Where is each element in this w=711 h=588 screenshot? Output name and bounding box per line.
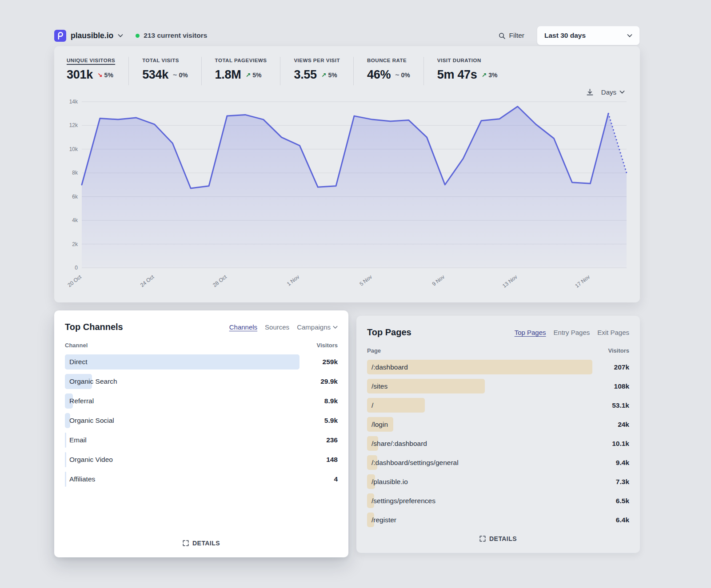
metric-label: TOTAL PAGEVIEWS — [215, 58, 267, 63]
metric-value: 5m 47s — [437, 68, 477, 82]
chevron-down-icon — [118, 34, 123, 38]
metric-value: 1.8M — [215, 68, 241, 82]
table-row[interactable]: Organic Video148 — [65, 450, 338, 469]
trend-arrow-icon: ↗ — [321, 72, 327, 78]
details-button[interactable]: DETAILS — [177, 535, 225, 551]
row-value: 108k — [614, 382, 629, 390]
row-label[interactable]: Organic Social — [65, 417, 114, 425]
metric-value: 46% — [367, 68, 391, 82]
row-label[interactable]: Organic Search — [65, 377, 117, 385]
metric-label: VISIT DURATION — [437, 58, 481, 63]
analytics-dashboard: plausible.io 213 current visitors Filter… — [54, 0, 640, 557]
row-label[interactable]: Referral — [65, 397, 94, 405]
row-label[interactable]: /sites — [367, 382, 387, 390]
filter-button[interactable]: Filter — [498, 32, 524, 40]
table-row[interactable]: /53.1k — [367, 396, 629, 415]
current-visitors-label: 213 current visitors — [144, 32, 207, 40]
tab-entry-pages[interactable]: Entry Pages — [554, 329, 590, 336]
row-label[interactable]: / — [367, 401, 373, 409]
metric-visit-duration[interactable]: VISIT DURATION 5m 47s ↗3% — [424, 57, 511, 85]
row-label[interactable]: Affiliates — [65, 475, 95, 483]
row-label[interactable]: /plausible.io — [367, 478, 408, 486]
row-value: 148 — [326, 456, 338, 464]
table-row[interactable]: Organic Search29.9k — [65, 372, 338, 391]
metric-unique-visitors[interactable]: UNIQUE VISITORS 301k ↘5% — [66, 57, 129, 85]
column-header-value: Visitors — [608, 347, 629, 354]
table-row[interactable]: Email236 — [65, 430, 338, 450]
metric-bounce-rate[interactable]: BOUNCE RATE 46% ~0% — [354, 57, 424, 85]
filter-label: Filter — [509, 32, 524, 40]
row-bar — [65, 354, 300, 369]
table-row[interactable]: /plausible.io7.3k — [367, 472, 629, 491]
table-row[interactable]: Organic Social5.9k — [65, 411, 338, 430]
details-button[interactable]: DETAILS — [474, 531, 522, 547]
interval-dropdown[interactable]: Days — [601, 88, 625, 96]
date-range-dropdown[interactable]: Last 30 days — [537, 26, 640, 45]
row-label[interactable]: /:dashboard/settings/general — [367, 459, 459, 467]
metric-label: BOUNCE RATE — [367, 58, 407, 63]
svg-text:8k: 8k — [72, 170, 78, 176]
row-value: 53.1k — [612, 401, 629, 409]
row-value: 6.5k — [616, 497, 629, 505]
tab-top-pages[interactable]: Top Pages — [515, 329, 546, 336]
table-row[interactable]: /:dashboard207k — [367, 358, 629, 377]
svg-text:9 Nov: 9 Nov — [431, 274, 446, 287]
topbar: plausible.io 213 current visitors Filter… — [54, 0, 640, 46]
site-switcher[interactable]: plausible.io — [54, 30, 123, 42]
svg-text:10k: 10k — [69, 146, 78, 152]
row-label[interactable]: /register — [367, 516, 396, 524]
metric-total-pageviews[interactable]: TOTAL PAGEVIEWS 1.8M ↗5% — [202, 57, 281, 85]
download-icon[interactable] — [586, 88, 594, 96]
row-label[interactable]: /settings/preferences — [367, 497, 435, 505]
row-label[interactable]: Email — [65, 436, 87, 444]
table-row[interactable]: /:dashboard/settings/general9.4k — [367, 453, 629, 472]
row-value: 207k — [614, 363, 629, 371]
top-channels-card: Top Channels Channels Sources Campaigns … — [54, 310, 348, 557]
column-header-value: Visitors — [317, 342, 338, 349]
table-row[interactable]: Affiliates4 — [65, 469, 338, 489]
trend-arrow-icon: ↘ — [97, 72, 103, 78]
tab-exit-pages[interactable]: Exit Pages — [597, 329, 629, 336]
visitors-panel: UNIQUE VISITORS 301k ↘5% TOTAL VISITS 53… — [54, 46, 640, 302]
row-label[interactable]: /share/:dashboard — [367, 440, 427, 448]
metric-value: 3.55 — [294, 68, 316, 82]
metric-total-visits[interactable]: TOTAL VISITS 534k ~0% — [129, 57, 201, 85]
tab-channels[interactable]: Channels — [229, 323, 257, 331]
table-row[interactable]: /settings/preferences6.5k — [367, 491, 629, 510]
svg-text:6k: 6k — [72, 194, 78, 200]
table-row[interactable]: Direct259k — [65, 352, 338, 372]
row-value: 29.9k — [320, 377, 338, 385]
row-label[interactable]: Organic Video — [65, 456, 113, 464]
current-visitors[interactable]: 213 current visitors — [136, 32, 207, 40]
table-row[interactable]: Referral8.9k — [65, 391, 338, 411]
row-value: 7.3k — [616, 478, 629, 486]
row-label[interactable]: Direct — [65, 358, 87, 366]
table-row[interactable]: /login24k — [367, 415, 629, 434]
expand-icon — [183, 540, 189, 546]
interval-label: Days — [601, 88, 616, 96]
row-value: 236 — [326, 436, 338, 444]
top-pages-card: Top Pages Top Pages Entry Pages Exit Pag… — [356, 316, 640, 553]
metric-change: ~0% — [173, 72, 188, 79]
svg-text:4k: 4k — [72, 217, 78, 223]
row-value: 5.9k — [324, 417, 338, 425]
trend-arrow-icon: ↗ — [482, 72, 487, 78]
svg-text:24 Oct: 24 Oct — [139, 274, 156, 288]
tab-sources[interactable]: Sources — [265, 323, 289, 331]
metric-value: 534k — [142, 68, 168, 82]
table-row[interactable]: /register6.4k — [367, 510, 629, 529]
row-value: 259k — [323, 358, 338, 366]
tab-campaigns[interactable]: Campaigns — [297, 323, 338, 331]
metric-label: TOTAL VISITS — [142, 58, 179, 63]
expand-icon — [479, 536, 486, 542]
table-row[interactable]: /sites108k — [367, 377, 629, 396]
column-header-key: Channel — [65, 342, 88, 349]
card-title: Top Pages — [367, 327, 411, 338]
metric-views-per-visit[interactable]: VIEWS PER VISIT 3.55 ↗5% — [280, 57, 354, 85]
row-label[interactable]: /login — [367, 421, 388, 429]
row-value: 6.4k — [616, 516, 629, 524]
plausible-logo-icon — [54, 30, 66, 42]
card-title: Top Channels — [65, 322, 123, 332]
row-label[interactable]: /:dashboard — [367, 363, 408, 371]
table-row[interactable]: /share/:dashboard10.1k — [367, 434, 629, 453]
